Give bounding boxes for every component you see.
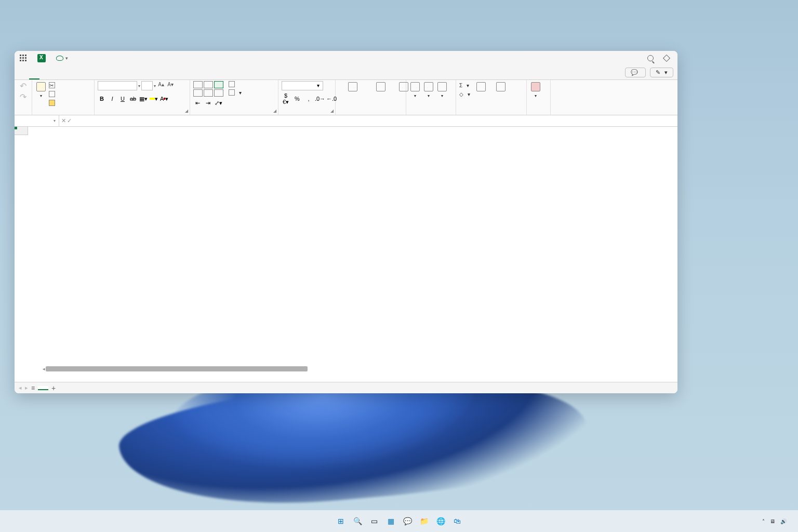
format-painter-button[interactable] [49, 99, 57, 107]
align-middle-button[interactable] [204, 81, 213, 88]
app-launcher-icon[interactable] [20, 55, 27, 62]
scroll-left-icon[interactable]: ◂ [43, 366, 45, 371]
chat-icon[interactable]: 💬 [401, 514, 414, 528]
align-left-button[interactable] [193, 89, 203, 97]
increase-indent-button[interactable]: ⇥ [204, 99, 212, 107]
title-dropdown-icon[interactable]: ▾ [65, 56, 68, 61]
tray-volume-icon[interactable]: 🔊 [780, 518, 787, 524]
tab-view[interactable] [102, 65, 112, 79]
cells-delete-button[interactable]: ▾ [423, 81, 434, 99]
tab-help[interactable] [112, 65, 123, 79]
fx-icon[interactable] [74, 115, 78, 126]
increase-decimal-button[interactable]: .0→ [316, 95, 324, 103]
horizontal-scrollbar[interactable] [46, 366, 669, 371]
strikethrough-button[interactable]: ab [129, 95, 137, 103]
number-format-select[interactable]: ▾ [282, 81, 323, 90]
undo-icon[interactable]: ↶ [20, 81, 26, 91]
widgets-icon[interactable]: ▦ [384, 514, 397, 528]
italic-button[interactable]: I [108, 95, 116, 103]
font-launcher-icon[interactable]: ◢ [185, 109, 188, 113]
all-sheets-icon[interactable]: ≡ [31, 384, 35, 392]
taskbar-search-icon[interactable]: 🔍 [351, 514, 364, 528]
align-bottom-button[interactable] [214, 81, 223, 88]
borders-button[interactable]: ▦▾ [139, 95, 148, 103]
tray-chevron-icon[interactable]: ˄ [762, 518, 765, 524]
format-as-table-button[interactable] [369, 81, 393, 94]
excel-app-icon [37, 54, 46, 62]
decrease-decimal-button[interactable]: ←.0 [327, 95, 336, 103]
sheet-tab-sheet1[interactable] [38, 386, 48, 390]
tab-draw[interactable] [123, 65, 133, 79]
fill-color-button[interactable]: ▾ [150, 95, 158, 103]
diamond-icon [663, 55, 670, 62]
sheet-prev-icon[interactable]: ◂ [19, 384, 22, 391]
addins-icon [531, 82, 540, 91]
tab-insert[interactable] [39, 65, 50, 79]
redo-icon[interactable]: ↷ [20, 92, 26, 102]
cut-button[interactable]: ✂ [49, 81, 57, 89]
copy-button[interactable] [49, 90, 57, 98]
tab-data[interactable] [81, 65, 91, 79]
name-box[interactable]: ▾ [15, 115, 59, 126]
orientation-button[interactable]: ⤢▾ [214, 99, 222, 107]
excel-window: ▾ 💬 ✎ ▾ ↶ ↷ ▾ [15, 51, 677, 393]
alignment-launcher-icon[interactable]: ◢ [273, 109, 276, 113]
increase-font-icon[interactable]: A▴ [157, 82, 165, 90]
sort-filter-button[interactable] [472, 81, 490, 94]
clear-button[interactable]: ◇ ▾ [459, 90, 470, 98]
cloud-save-icon[interactable] [56, 56, 63, 61]
eraser-icon: ◇ [459, 91, 463, 97]
cells-insert-button[interactable]: ▾ [409, 81, 421, 99]
decrease-font-icon[interactable]: A▾ [166, 82, 175, 90]
autosum-button[interactable]: Σ ▾ [459, 81, 470, 89]
find-select-button[interactable] [492, 81, 510, 94]
buy-microsoft-365-link[interactable] [664, 56, 672, 61]
ribbon: ↶ ↷ ▾ ✂ ▾ ▾ [15, 80, 677, 115]
bold-button[interactable]: B [98, 95, 106, 103]
percent-format-button[interactable]: % [293, 95, 301, 103]
tab-home[interactable] [29, 65, 39, 79]
tab-review[interactable] [91, 65, 102, 79]
sheet-next-icon[interactable]: ▸ [25, 384, 28, 391]
horizontal-scrollbar-thumb[interactable] [46, 366, 308, 371]
align-right-button[interactable] [214, 89, 223, 97]
merge-center-button[interactable]: ▾ [229, 89, 242, 96]
font-color-button[interactable]: A▾ [160, 95, 168, 103]
system-tray[interactable]: ˄ 🖥 🔊 [762, 518, 792, 524]
tab-file[interactable] [19, 65, 29, 79]
insert-cells-icon [410, 82, 420, 91]
underline-button[interactable]: U [118, 95, 127, 103]
find-icon [496, 82, 506, 91]
font-size-select[interactable] [141, 81, 153, 90]
wrap-text-button[interactable] [229, 81, 242, 87]
search-icon[interactable] [647, 55, 654, 61]
align-center-button[interactable] [204, 89, 213, 97]
cancel-formula-icon[interactable]: ✕ [61, 117, 66, 124]
number-launcher-icon[interactable]: ◢ [330, 109, 334, 113]
formula-input[interactable] [78, 115, 677, 126]
task-view-icon[interactable]: ▭ [367, 514, 381, 528]
edge-icon[interactable]: 🌐 [434, 514, 447, 528]
add-sheet-button[interactable]: + [51, 384, 56, 392]
tray-monitor-icon[interactable]: 🖥 [770, 518, 775, 524]
font-name-select[interactable] [98, 81, 137, 90]
accounting-format-button[interactable]: $€▾ [282, 95, 290, 103]
comma-format-button[interactable]: , [304, 95, 313, 103]
cells-format-button[interactable]: ▾ [436, 81, 448, 99]
tab-formulas[interactable] [71, 65, 81, 79]
comments-button[interactable]: 💬 [625, 68, 646, 77]
store-icon[interactable]: 🛍 [450, 514, 464, 528]
align-top-button[interactable] [193, 81, 203, 88]
paste-button[interactable]: ▾ [35, 81, 47, 99]
decrease-indent-button[interactable]: ⇤ [193, 99, 202, 107]
tab-page-layout[interactable] [60, 65, 71, 79]
start-button[interactable]: ⊞ [334, 514, 348, 528]
enter-formula-icon[interactable]: ✓ [67, 117, 72, 124]
conditional-formatting-button[interactable] [339, 81, 367, 94]
editing-mode-button[interactable]: ✎ ▾ [650, 68, 673, 77]
addins-button[interactable]: ▾ [530, 81, 541, 99]
spreadsheet-grid[interactable]: ◂ [15, 127, 677, 382]
select-all-corner[interactable] [15, 127, 28, 135]
tab-share[interactable] [50, 65, 60, 79]
file-explorer-icon[interactable]: 📁 [417, 514, 431, 528]
